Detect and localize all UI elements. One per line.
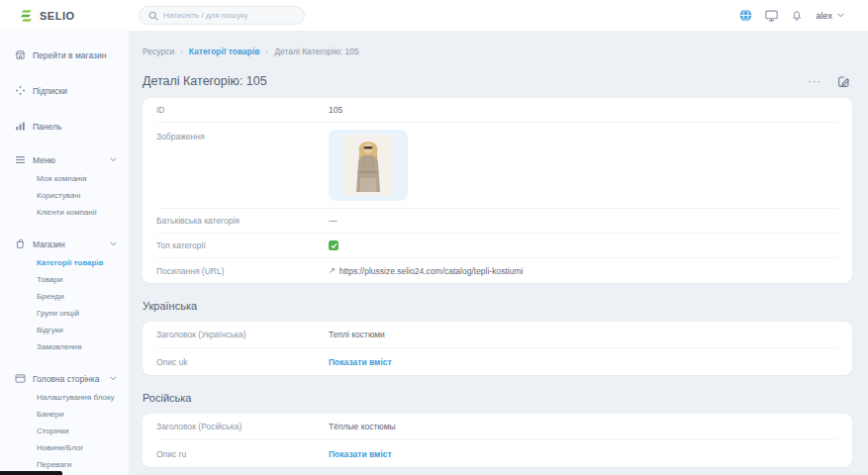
sidebar-item-option-groups[interactable]: Групи опцій [0,305,129,322]
ukrainian-card: Заголовок (Українська) Теплі костюми Опи… [143,322,852,375]
sidebar-item-product-categories[interactable]: Категорії товарів [0,254,129,271]
page-title: Деталі Категорію: 105 [143,74,267,88]
sidebar-group-label: Меню [33,155,55,165]
row-value: — [329,216,338,226]
show-content-link[interactable]: Показати вміст [329,357,392,367]
chevron-down-icon [110,376,117,381]
breadcrumb-resources[interactable]: Ресурси [143,47,174,56]
chevron-down-icon [110,157,117,162]
section-title-russian: Російська [143,392,852,404]
detail-row-parent-category: Батьківська категорія — [156,209,838,234]
row-value: 105 [329,105,342,115]
sidebar-group-menu-header[interactable]: Меню [0,149,129,170]
sidebar-item-dashboard[interactable]: Панель [0,116,129,137]
detail-row-image: Зображення [156,123,838,209]
sidebar-item-label: Панель [33,122,61,132]
bottom-bar [0,471,62,475]
row-label: Посилання (URL) [156,266,329,276]
logo-text: SELIO [40,10,75,22]
url-text: https://plussize.selio24.com/catalog/tep… [339,266,524,276]
sidebar-item-banners[interactable]: Банери [0,406,129,423]
sidebar-group-menu: Меню Моя компанія Користувачі Клієнти ко… [0,149,129,221]
sidebar-item-my-company[interactable]: Моя компанія [0,170,129,187]
sidebar-item-go-to-store[interactable]: Перейти в магазин [0,45,129,65]
row-value: Теплі костюми [329,330,385,339]
breadcrumb-current: Деталі Категорію: 105 [274,47,359,56]
sidebar-group-homepage: Головна сторінка Налаштування блоку Бане… [0,368,129,473]
search-input[interactable] [163,11,295,20]
shopping-bag-icon [15,238,26,249]
category-url-link[interactable]: ↗ https://plussize.selio24.com/catalog/t… [329,266,523,276]
sidebar-item-news-blog[interactable]: Новини/Блог [0,439,129,456]
external-link-icon: ↗ [329,266,336,275]
breadcrumb-product-categories[interactable]: Категорії товарів [189,47,260,56]
bar-chart-icon [15,121,26,132]
chevron-down-icon [837,13,844,18]
sidebar-item-products[interactable]: Товари [0,271,129,288]
sidebar-item-label: Підписки [33,86,67,96]
sidebar-item-orders[interactable]: Замовлення [0,338,129,355]
more-actions-button[interactable]: ··· [808,78,821,84]
sidebar-item-block-settings[interactable]: Налаштування блоку [0,389,129,406]
row-label: Заголовок (Російська) [156,422,329,431]
row-label: ID [156,105,329,115]
section-title-ukrainian: Українська [143,300,852,312]
bell-icon[interactable] [791,10,803,22]
logo[interactable]: SELIO [0,9,129,23]
sidebar-item-pages[interactable]: Сторінки [0,423,129,439]
row-label: Опис uk [156,357,329,367]
detail-row-url: Посилання (URL) ↗ https://plussize.selio… [156,258,838,283]
detail-row-top-category: Топ категорії [156,234,838,258]
row-value: Тёплые костюмы [329,422,396,431]
globe-icon[interactable] [739,9,752,22]
row-label: Топ категорії [156,240,329,250]
sparkle-nodes-icon [15,85,26,96]
sidebar-item-label: Перейти в магазин [33,50,106,60]
show-content-link[interactable]: Показати вміст [329,449,392,459]
category-image-thumbnail[interactable] [329,130,408,201]
selio-logo-icon [20,9,34,23]
sidebar-group-homepage-header[interactable]: Головна сторінка [0,368,129,389]
detail-row-title-uk: Заголовок (Українська) Теплі костюми [156,322,838,348]
search-icon [148,11,158,21]
breadcrumb-separator: › [266,48,269,56]
sidebar: Перейти в магазин Підписки Панель [0,31,129,475]
page-actions: ··· [808,75,850,88]
row-label: Зображення [156,130,329,142]
header-actions: alex [739,9,868,22]
details-card: ID 105 Зображення [143,98,852,283]
row-label: Заголовок (Українська) [156,330,329,339]
page-header: Деталі Категорію: 105 ··· [143,74,852,88]
breadcrumb: Ресурси › Категорії товарів › Деталі Кат… [143,47,852,56]
main-content: Ресурси › Категорії товарів › Деталі Кат… [129,31,868,475]
detail-row-description-ru: Опис ru Показати вміст [156,440,838,467]
list-lines-icon [15,154,26,165]
detail-row-description-uk: Опис uk Показати вміст [156,348,838,375]
app-window: SELIO [0,0,868,475]
detail-row-title-ru: Заголовок (Російська) Тёплые костюмы [156,414,838,440]
chevron-down-icon [110,241,117,246]
sidebar-group-label: Головна сторінка [33,374,99,384]
breadcrumb-separator: › [180,48,183,56]
category-photo [342,135,394,196]
username: alex [816,11,832,21]
monitor-icon[interactable] [765,10,778,22]
detail-row-id: ID 105 [156,98,838,123]
sidebar-item-brands[interactable]: Бренди [0,288,129,305]
sidebar-item-company-clients[interactable]: Клієнти компанії [0,204,129,221]
row-label: Батьківська категорія [156,216,329,226]
user-menu[interactable]: alex [816,11,844,21]
edit-icon[interactable] [837,75,850,88]
sidebar-group-label: Магазин [33,239,65,249]
russian-card: Заголовок (Російська) Тёплые костюмы Опи… [143,414,852,467]
browser-window-icon [15,373,26,384]
top-category-checkbox[interactable] [329,240,338,250]
top-header: SELIO [0,0,868,31]
sidebar-item-subscriptions[interactable]: Підписки [0,80,129,101]
sidebar-item-reviews[interactable]: Відгуки [0,322,129,338]
sidebar-group-shop-header[interactable]: Магазин [0,234,129,254]
search-bar[interactable] [139,6,305,25]
sidebar-group-shop: Магазин Категорії товарів Товари Бренди … [0,234,129,355]
sidebar-item-users[interactable]: Користувачі [0,187,129,204]
row-label: Опис ru [156,449,329,459]
